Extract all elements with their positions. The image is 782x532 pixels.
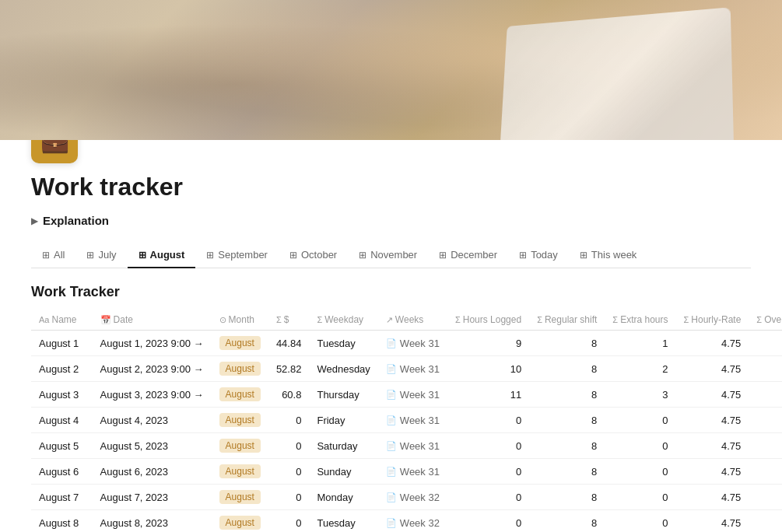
cell-6: 0: [447, 408, 529, 433]
tab-label-october: October: [301, 249, 337, 261]
cell-1: August 1, 2023 9:00 →: [93, 331, 212, 356]
col-header-hourly-rate: ΣHourly-Rate: [676, 310, 749, 331]
cell-4: Sunday: [309, 459, 377, 485]
cell-9: 4.75: [676, 510, 749, 533]
tab-label-all: All: [54, 249, 65, 261]
cell-2: August: [212, 382, 268, 408]
cell-3: 0: [268, 408, 310, 433]
cell-10: 7.98: [749, 382, 782, 408]
cell-0: August 4: [31, 408, 93, 433]
col-header-regular-shift: ΣRegular shift: [529, 310, 605, 331]
tab-thisweek[interactable]: ⊞This week: [569, 243, 648, 268]
cell-6: 11: [447, 382, 529, 408]
cell-6: 0: [447, 485, 529, 510]
cell-7: 8: [529, 459, 605, 485]
tab-icon-july: ⊞: [86, 250, 94, 261]
cell-3: 52.82: [268, 356, 310, 382]
cell-5: 📄Week 32: [378, 485, 447, 510]
col-header-: Σ$: [268, 310, 310, 331]
cell-9: 4.75: [676, 382, 749, 408]
cell-5: 📄Week 31: [378, 331, 447, 356]
tab-september[interactable]: ⊞September: [195, 243, 279, 268]
tab-november[interactable]: ⊞November: [348, 243, 428, 268]
cell-0: August 3: [31, 382, 93, 408]
cell-2: August: [212, 408, 268, 433]
cell-4: Monday: [309, 485, 377, 510]
cell-0: August 5: [31, 433, 93, 459]
hero-banner: [0, 0, 782, 140]
tab-december[interactable]: ⊞December: [428, 243, 508, 268]
tab-icon-december: ⊞: [439, 250, 447, 261]
month-badge: August: [219, 516, 261, 530]
col-header-date: 📅Date: [93, 310, 212, 331]
cell-8: 3: [605, 382, 675, 408]
cell-5: 📄Week 32: [378, 510, 447, 533]
cell-6: 9: [447, 331, 529, 356]
cell-7: 8: [529, 408, 605, 433]
cell-8: 0: [605, 408, 675, 433]
cell-3: 0: [268, 433, 310, 459]
cell-2: August: [212, 510, 268, 533]
cell-3: 0: [268, 485, 310, 510]
cell-4: Tuesday: [309, 510, 377, 533]
cell-2: August: [212, 356, 268, 382]
explanation-label: Explanation: [43, 214, 109, 227]
cell-4: Saturday: [309, 433, 377, 459]
cell-1: August 6, 2023: [93, 459, 212, 485]
cell-8: 0: [605, 485, 675, 510]
table-row: August 1August 1, 2023 9:00 →August44.84…: [31, 331, 782, 356]
cell-6: 10: [447, 356, 529, 382]
cell-5: 📄Week 31: [378, 433, 447, 459]
table-row: August 4August 4, 2023August0Friday📄Week…: [31, 408, 782, 433]
tab-october[interactable]: ⊞October: [279, 243, 348, 268]
cell-10: 7.98: [749, 433, 782, 459]
month-badge: August: [219, 464, 261, 478]
tab-icon-september: ⊞: [206, 250, 214, 261]
cell-10: 7.98: [749, 485, 782, 510]
table-row: August 5August 5, 2023August0Saturday📄We…: [31, 433, 782, 459]
month-badge: August: [219, 490, 261, 504]
cell-10: 7.98: [749, 408, 782, 433]
cell-7: 8: [529, 510, 605, 533]
tab-august[interactable]: ⊞August: [128, 243, 196, 268]
cell-0: August 6: [31, 459, 93, 485]
table-row: August 2August 2, 2023 9:00 →August52.82…: [31, 356, 782, 382]
month-badge: August: [219, 439, 261, 453]
cell-9: 4.75: [676, 433, 749, 459]
cell-1: August 3, 2023 9:00 →: [93, 382, 212, 408]
tab-label-august: August: [150, 249, 185, 261]
explanation-toggle[interactable]: ▶ Explanation: [31, 214, 751, 227]
col-header-extra-hours: ΣExtra hours: [605, 310, 675, 331]
cell-9: 4.75: [676, 485, 749, 510]
cell-2: August: [212, 485, 268, 510]
tab-label-today: Today: [531, 249, 558, 261]
col-header-hours-logged: ΣHours Logged: [447, 310, 529, 331]
cell-1: August 2, 2023 9:00 →: [93, 356, 212, 382]
month-badge: August: [219, 336, 261, 350]
cell-10: 7.98: [749, 356, 782, 382]
cell-9: 4.75: [676, 459, 749, 485]
cell-1: August 7, 2023: [93, 485, 212, 510]
cell-7: 8: [529, 382, 605, 408]
cell-9: 4.75: [676, 408, 749, 433]
section-title: Work Tracker: [31, 284, 751, 300]
month-badge: August: [219, 387, 261, 401]
cell-5: 📄Week 31: [378, 382, 447, 408]
cell-9: 4.75: [676, 356, 749, 382]
cell-9: 4.75: [676, 331, 749, 356]
cell-0: August 1: [31, 331, 93, 356]
page-title: Work tracker: [31, 173, 751, 201]
cell-4: Friday: [309, 408, 377, 433]
tab-icon-today: ⊞: [519, 250, 527, 261]
month-badge: August: [219, 362, 261, 376]
work-tracker-table: AaName📅Date⊙MonthΣ$ΣWeekday↗WeeksΣHours …: [31, 310, 782, 532]
cell-5: 📄Week 31: [378, 408, 447, 433]
explanation-arrow-icon: ▶: [31, 215, 38, 226]
cell-3: 44.84: [268, 331, 310, 356]
tab-today[interactable]: ⊞Today: [508, 243, 569, 268]
cell-0: August 8: [31, 510, 93, 533]
tab-all[interactable]: ⊞All: [31, 243, 75, 268]
cell-6: 0: [447, 433, 529, 459]
cell-8: 0: [605, 510, 675, 533]
tab-july[interactable]: ⊞July: [75, 243, 127, 268]
